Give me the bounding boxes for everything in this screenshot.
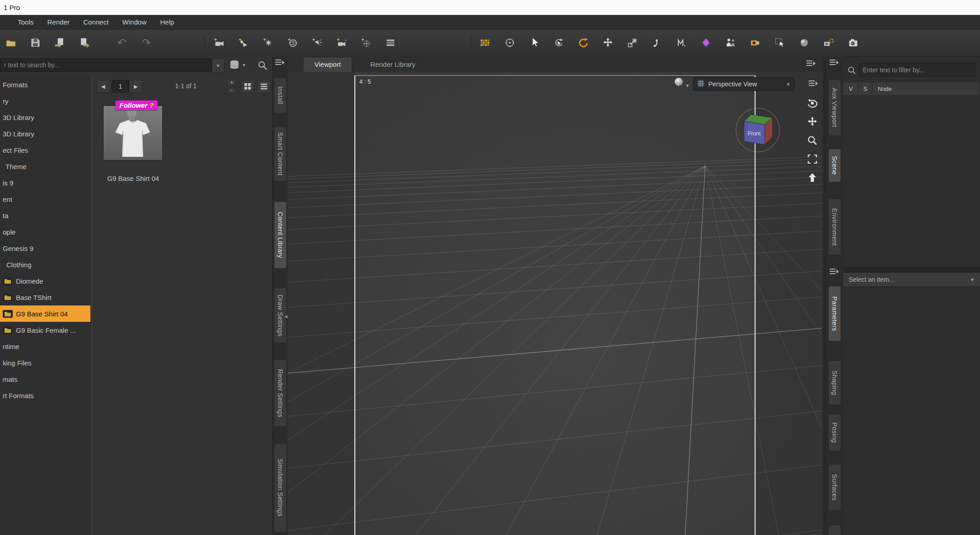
frame-view-icon[interactable] xyxy=(805,151,820,167)
rotate-tool-icon[interactable] xyxy=(574,33,592,52)
render-settings-icon[interactable] xyxy=(820,33,838,52)
region-navigator-tool-icon[interactable] xyxy=(771,33,789,52)
tree-item[interactable]: Formats xyxy=(0,76,90,93)
tree-item[interactable]: king Files xyxy=(0,355,90,371)
pan-view-icon[interactable] xyxy=(805,114,820,130)
home-view-icon[interactable] xyxy=(805,170,820,185)
thumb-size-increase-icon[interactable]: + xyxy=(227,79,236,86)
redo-icon[interactable]: ↷ xyxy=(137,33,155,52)
tree-item[interactable]: mats xyxy=(0,371,90,387)
scene-navigator-icon[interactable] xyxy=(501,33,519,52)
tab-render-settings[interactable]: Render Settings xyxy=(274,360,286,426)
create-primitive-icon[interactable] xyxy=(284,33,302,52)
search-icon[interactable] xyxy=(257,60,268,72)
animate-timeline-icon[interactable] xyxy=(476,33,494,52)
tab-render-library[interactable]: Render Library xyxy=(359,57,426,72)
pane-menu-icon[interactable] xyxy=(829,268,839,277)
tab-surfaces[interactable]: Surfaces xyxy=(829,465,841,510)
node-selection-tool-icon[interactable] xyxy=(525,33,543,52)
menu-help[interactable]: Help xyxy=(153,15,181,30)
view-cube[interactable]: Front xyxy=(731,101,785,157)
scale-tool-icon[interactable] xyxy=(623,33,642,52)
create-camera-view-icon[interactable] xyxy=(333,33,351,52)
tab-posing[interactable]: Posing xyxy=(829,415,841,451)
column-node[interactable]: Node xyxy=(872,82,980,95)
viewport-canvas[interactable]: 4 : 5 ▼ Perspective View ▼ Front xyxy=(288,72,822,535)
create-spotlight-icon[interactable] xyxy=(234,33,253,52)
tab-environment[interactable]: Environment xyxy=(829,199,841,255)
tab-shaping[interactable]: Shaping xyxy=(829,361,841,405)
tree-item[interactable]: G9 Basic Female ... xyxy=(0,322,90,338)
create-distant-light-icon[interactable] xyxy=(308,33,326,52)
create-camera-icon[interactable] xyxy=(210,33,228,52)
menu-render[interactable]: Render xyxy=(40,15,76,30)
tab-scene[interactable]: Scene xyxy=(829,149,841,182)
menu-window[interactable]: Window xyxy=(115,15,153,30)
tree-item[interactable]: Base TShirt xyxy=(0,289,90,305)
search-history-dropdown[interactable]: ▼ xyxy=(212,58,224,73)
measure-metrics-tool-icon[interactable] xyxy=(672,33,691,52)
tree-item[interactable]: Theme xyxy=(0,158,90,175)
tree-item[interactable]: Clothing xyxy=(0,256,90,273)
open-file-icon[interactable] xyxy=(2,33,20,52)
export-file-icon[interactable] xyxy=(75,33,94,52)
pane-menu-icon[interactable] xyxy=(808,80,818,89)
figure-setup-icon[interactable] xyxy=(721,33,740,52)
orbit-view-icon[interactable] xyxy=(805,95,820,111)
preview-sphere-icon[interactable] xyxy=(795,33,813,52)
asset-thumbnail[interactable] xyxy=(103,105,163,160)
tree-item[interactable]: 3D Library xyxy=(0,109,90,125)
zoom-view-icon[interactable] xyxy=(805,133,820,148)
tree-item[interactable]: is 9 xyxy=(0,175,90,191)
create-point-light-icon[interactable] xyxy=(259,33,277,52)
tree-item[interactable]: ent xyxy=(0,191,90,207)
tree-item[interactable]: ect Files xyxy=(0,142,90,158)
undo-icon[interactable]: ↶ xyxy=(113,33,131,52)
grid-view-icon[interactable] xyxy=(241,80,254,93)
tab-simulation-settings[interactable]: Simulation Settings xyxy=(274,444,286,532)
prev-page-icon[interactable]: ◀ xyxy=(96,80,110,93)
scene-filter-input[interactable] xyxy=(859,63,975,77)
next-page-icon[interactable]: ▶ xyxy=(129,80,143,93)
tree-item[interactable]: ry xyxy=(0,93,90,109)
pane-menu-icon[interactable] xyxy=(806,60,816,69)
merge-file-icon[interactable] xyxy=(51,33,69,52)
tree-item[interactable]: ople xyxy=(0,224,90,240)
partial-tab[interactable] xyxy=(829,525,841,535)
tree-item[interactable]: Diomede xyxy=(0,273,90,289)
draw-style-icon[interactable]: ▼ xyxy=(673,76,690,88)
list-view-icon[interactable] xyxy=(257,80,271,93)
tab-parameters[interactable]: Parameters xyxy=(829,286,841,341)
pane-menu-icon[interactable] xyxy=(829,59,839,68)
render-icon[interactable] xyxy=(844,33,862,52)
pane-menu-icon[interactable] xyxy=(275,59,285,68)
joint-editor-tool-icon[interactable] xyxy=(648,33,666,52)
tree-item-selected[interactable]: G9 Base Shirt 04 xyxy=(0,305,90,322)
tab-smart-content[interactable]: Smart Content xyxy=(274,127,286,181)
tree-item[interactable]: rt Formats xyxy=(0,387,90,404)
column-selectable[interactable]: S xyxy=(859,82,872,95)
page-number-input[interactable] xyxy=(112,80,129,93)
column-visible[interactable]: V xyxy=(843,82,859,95)
parameters-item-selector[interactable]: Select an item... ▼ xyxy=(843,272,980,287)
tab-viewport[interactable]: Viewport xyxy=(303,57,352,72)
orbit-cursor-tool-icon[interactable] xyxy=(550,33,568,52)
layout-list-icon[interactable] xyxy=(382,33,400,52)
geometry-editor-tool-icon[interactable] xyxy=(697,33,715,52)
view-selector-dropdown[interactable]: Perspective View ▼ xyxy=(693,77,795,91)
tree-item[interactable]: ta xyxy=(0,207,90,224)
scene-tree-empty[interactable] xyxy=(843,95,980,267)
spot-render-tool-icon[interactable] xyxy=(746,33,764,52)
tab-aux-viewport[interactable]: Aux Viewport xyxy=(829,80,841,135)
search-input[interactable] xyxy=(0,58,212,72)
tab-content-library[interactable]: Content Library xyxy=(274,202,286,268)
tab-install[interactable]: Install xyxy=(274,78,286,113)
thumb-size-decrease-icon[interactable]: − xyxy=(227,87,236,94)
translate-tool-icon[interactable] xyxy=(599,33,617,52)
tree-item[interactable]: 3D Library xyxy=(0,125,90,142)
save-icon[interactable] xyxy=(26,33,45,52)
tree-item[interactable]: ntime xyxy=(0,338,90,355)
filter-icon[interactable] xyxy=(847,65,857,77)
tree-item[interactable]: Genesis 9 xyxy=(0,240,90,256)
create-null-icon[interactable] xyxy=(357,33,375,52)
